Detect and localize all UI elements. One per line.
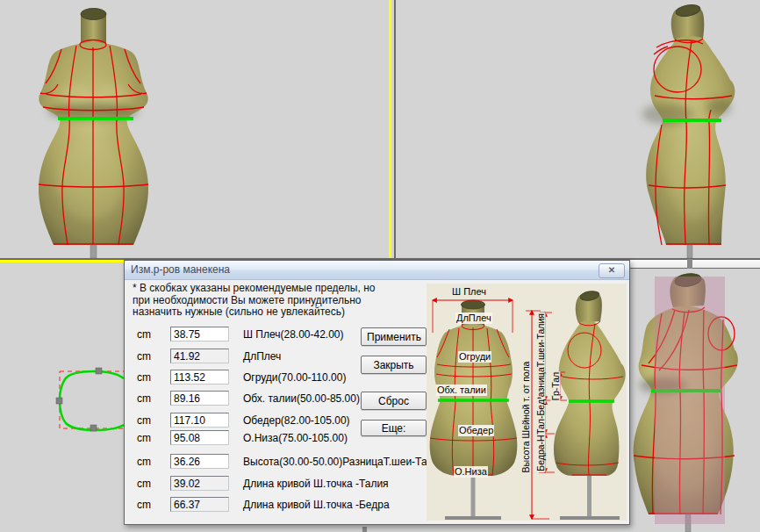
diagram-label-bust: Огруди — [458, 351, 491, 363]
axis-line-horizontal — [0, 260, 124, 262]
shoulder-length-label: ДлПлеч — [243, 350, 281, 363]
stand-pole-fragment — [687, 259, 692, 269]
height-diff-label: Высота(30.00-50.00)РазницаТ.шеи-Талия — [243, 456, 445, 468]
waist-girth-input[interactable] — [170, 391, 229, 406]
reset-button[interactable]: Сброс — [361, 392, 427, 410]
bust-girth-label: Огруди(70.00-110.00) — [243, 371, 346, 384]
more-button[interactable]: Еще: — [361, 420, 427, 436]
drag-handle-bottom[interactable] — [90, 425, 97, 431]
measurement-diagram: Ш Плеч ДлПлеч Огруди Обх. талии Обедер О… — [427, 284, 627, 521]
waist-girth-label: Обх. талии(50.00-85.00) — [243, 392, 360, 405]
bust-girth-input[interactable] — [170, 370, 229, 385]
diagram-label-neck-waist: РазницаТ.шеи-Талия — [536, 313, 546, 404]
shoulder-width-label: Ш Плеч(28.00-42.00) — [243, 328, 344, 341]
unit-label: cm — [137, 414, 151, 427]
section-curve[interactable] — [60, 371, 124, 430]
hip-girth-input[interactable] — [170, 413, 229, 428]
viewport-section-view[interactable] — [0, 262, 124, 532]
diagram-label-waist-hip: Тал-Бед — [536, 399, 546, 435]
curve-waist-input[interactable] — [170, 476, 229, 491]
mannequin-side-view — [396, 0, 760, 258]
selection-region — [655, 277, 725, 524]
height-diff-input[interactable] — [170, 454, 229, 469]
diagram-label-shoulder-length: ДлПлеч — [455, 313, 492, 324]
unit-label: cm — [137, 350, 151, 363]
unit-label: cm — [137, 392, 151, 405]
selection-bounds — [60, 371, 124, 428]
hip-girth-label: Обедер(82.00-105.00) — [243, 414, 350, 427]
close-button[interactable]: Закрыть — [361, 356, 427, 374]
bottom-girth-input[interactable] — [170, 430, 229, 445]
unit-label: cm — [137, 371, 151, 384]
diagram-label-bottom: О.Низа — [454, 466, 488, 478]
bottom-girth-label: О.Низа(75.00-105.00) — [243, 432, 348, 444]
dialog-body: * В скобках указаны рекомендуемые предел… — [125, 279, 629, 524]
diagram-label-height: Высота Шейной т. от пола — [521, 361, 531, 474]
measurement-row: cm Высота(30.00-50.00)РазницаТ.шеи-Талия — [125, 454, 427, 469]
close-icon[interactable]: ✕ — [599, 263, 625, 278]
curve-hips-label: Длина кривой Ш.точка -Бедра — [243, 499, 390, 511]
measurement-row: cm Длина кривой Ш.точка -Талия — [125, 476, 427, 491]
mannequin-measurements-dialog: Изм.р-ров манекена ✕ * В скобках указаны… — [124, 260, 630, 525]
curve-waist-label: Длина кривой Ш.точка -Талия — [243, 478, 389, 490]
diagram-label-shoulders: Ш Плеч — [451, 286, 487, 298]
apply-button[interactable]: Применить — [361, 327, 427, 346]
dialog-titlebar[interactable]: Изм.р-ров манекена ✕ — [125, 261, 629, 280]
drag-handle-top[interactable] — [96, 368, 102, 374]
stand-pole — [687, 245, 692, 258]
viewport-side-view[interactable] — [396, 0, 760, 258]
diagram-label-hips: Обедер — [458, 425, 494, 436]
vertical-splitter-line[interactable] — [394, 0, 396, 259]
stand-pole — [90, 245, 97, 258]
dialog-info-text: * В скобках указаны рекомендуемые предел… — [133, 283, 427, 319]
axis-line-vertical — [389, 0, 391, 258]
stand-pole-fragment-bottom — [362, 527, 367, 532]
unit-label: cm — [137, 456, 151, 468]
shoulder-width-input[interactable] — [170, 327, 229, 341]
application-window: { "dialog": { "title": "Изм.р-ров манеке… — [0, 0, 760, 532]
diagram-label-waist: Обх. талии — [436, 385, 487, 396]
section-curve-view — [0, 262, 124, 532]
unit-label: cm — [137, 478, 151, 490]
viewport-front-view[interactable] — [0, 0, 391, 258]
shoulder-length-input[interactable] — [170, 349, 229, 363]
mannequin-front-view — [0, 0, 391, 258]
unit-label: cm — [137, 432, 151, 444]
drag-handle-left[interactable] — [56, 398, 62, 404]
unit-label: cm — [137, 328, 151, 341]
diagram-label-hip-bottom: Бедра-Н — [536, 434, 546, 471]
dialog-title: Изм.р-ров манекена — [125, 261, 629, 279]
diagram-label-bust-waist: Гр-Тал — [551, 371, 561, 401]
curve-hips-input[interactable] — [170, 497, 229, 512]
measurement-row: cm Длина кривой Ш.точка -Бедра — [125, 497, 427, 512]
unit-label: cm — [137, 499, 151, 511]
